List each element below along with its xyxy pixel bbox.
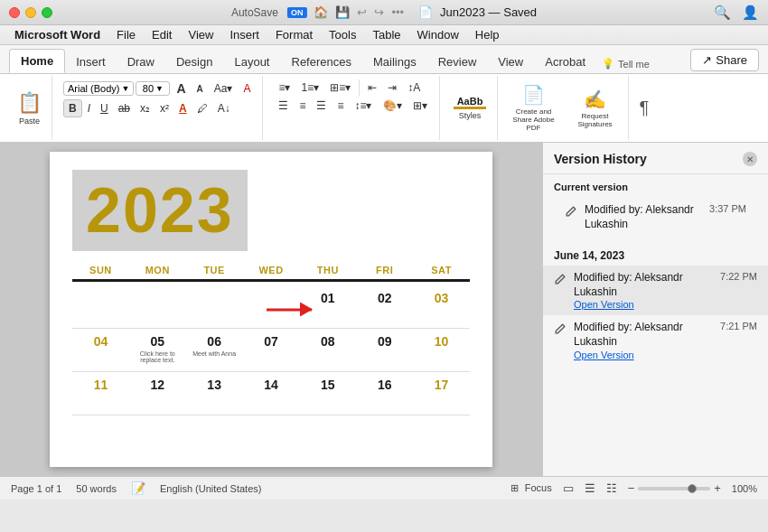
cal-cell-17[interactable]: 17	[413, 372, 470, 415]
language[interactable]: English (United States)	[160, 483, 262, 494]
cal-cell-03[interactable]: 03	[413, 285, 470, 329]
tab-home[interactable]: Home	[9, 49, 65, 73]
open-version-link-722[interactable]: Open Version	[574, 299, 757, 310]
cal-cell-04[interactable]: 04	[72, 329, 129, 372]
menu-file[interactable]: File	[109, 26, 143, 44]
justify-btn[interactable]: ≡	[332, 98, 348, 114]
superscript-button[interactable]: x²	[155, 100, 173, 117]
zoom-slider-container[interactable]: − +	[628, 481, 721, 495]
menu-format[interactable]: Format	[268, 26, 320, 44]
word-count-icon[interactable]: 📝	[131, 481, 145, 495]
close-button[interactable]	[9, 7, 20, 18]
cal-cell-empty-3	[186, 285, 243, 329]
clear-format-btn[interactable]: A	[239, 80, 255, 97]
tab-layout[interactable]: Layout	[223, 51, 280, 73]
tab-insert[interactable]: Insert	[65, 51, 117, 73]
styles-button[interactable]: AaBb Styles	[454, 78, 487, 138]
italic-button[interactable]: I	[83, 100, 95, 117]
menu-view[interactable]: View	[181, 26, 220, 44]
create-share-pdf-btn[interactable]: 📄 Create and Share Adobe PDF	[507, 84, 561, 132]
edit-v2-icon[interactable]	[554, 322, 567, 335]
menu-edit[interactable]: Edit	[145, 26, 179, 44]
cal-cell-06[interactable]: 06 Meet with Anna	[186, 329, 243, 372]
align-center-btn[interactable]: ≡	[295, 98, 310, 114]
menu-insert[interactable]: Insert	[222, 26, 267, 44]
layout-icon-2[interactable]: ☰	[585, 481, 595, 495]
paragraph-mark-btn[interactable]: ¶	[632, 76, 657, 140]
menu-app-name[interactable]: Microsoft Word	[7, 26, 108, 44]
styles-preview: AaBb	[454, 96, 487, 109]
tab-references[interactable]: References	[281, 51, 362, 73]
menu-help[interactable]: Help	[468, 26, 507, 44]
cal-cell-11[interactable]: 11	[72, 372, 129, 415]
tab-view[interactable]: View	[487, 51, 534, 73]
borders-btn[interactable]: ⊞▾	[408, 98, 432, 114]
cal-cell-16[interactable]: 16	[356, 372, 413, 415]
font-color-btn[interactable]: A	[174, 100, 192, 117]
version-item-722[interactable]: Modified by: Aleksandr Lukashin 7:22 PM …	[543, 266, 768, 315]
share-button[interactable]: ↗ Share	[690, 49, 759, 71]
multilevel-btn[interactable]: ⊞≡▾	[325, 79, 355, 96]
zoom-slider[interactable]	[638, 487, 710, 490]
layout-icon-3[interactable]: ☷	[606, 481, 617, 495]
cal-cell-07[interactable]: 07	[243, 329, 300, 372]
cal-cell-02[interactable]: 02	[356, 285, 413, 329]
decrease-font-btn[interactable]: A	[192, 82, 208, 96]
menu-window[interactable]: Window	[410, 26, 466, 44]
tab-mailings[interactable]: Mailings	[362, 51, 427, 73]
subscript-button[interactable]: x₂	[136, 100, 155, 117]
zoom-out-btn[interactable]: −	[628, 481, 635, 495]
font-size-selector[interactable]: 80 ▼	[136, 81, 170, 96]
align-right-btn[interactable]: ☰	[312, 98, 331, 114]
tab-review[interactable]: Review	[427, 51, 488, 73]
line-spacing-btn[interactable]: ↕≡▾	[350, 98, 376, 114]
request-signatures-btn[interactable]: ✍️ Request Signatures	[568, 89, 623, 128]
autosave-badge[interactable]: ON	[287, 7, 307, 18]
cal-cell-15[interactable]: 15	[299, 372, 356, 415]
increase-indent-btn[interactable]: ⇥	[383, 79, 401, 96]
close-version-panel-btn[interactable]: ✕	[743, 152, 757, 166]
increase-font-btn[interactable]: A	[172, 79, 190, 98]
tell-me-area[interactable]: 💡 Tell me	[602, 58, 650, 70]
paste-area[interactable]: 📋 Paste	[17, 78, 42, 138]
decrease-indent-btn[interactable]: ⇤	[363, 79, 381, 96]
cal-cell-10[interactable]: 10	[413, 329, 470, 372]
menu-table[interactable]: Table	[365, 26, 407, 44]
cal-cell-09[interactable]: 09	[356, 329, 413, 372]
maximize-button[interactable]	[42, 7, 52, 18]
cal-cell-05[interactable]: 05 Click here to replace text.	[129, 329, 186, 372]
underline-button[interactable]: U	[96, 100, 113, 117]
zoom-level[interactable]: 100%	[732, 483, 757, 494]
tab-design[interactable]: Design	[165, 51, 223, 73]
minimize-button[interactable]	[25, 7, 36, 18]
menu-tools[interactable]: Tools	[322, 26, 363, 44]
share-person-icon[interactable]: 👤	[742, 5, 759, 21]
strikethrough-button[interactable]: ab	[114, 100, 135, 117]
sort-btn[interactable]: ↕A	[403, 79, 425, 96]
font-name-selector[interactable]: Arial (Body) ▼	[63, 81, 134, 96]
cal-cell-14[interactable]: 14	[243, 372, 300, 415]
text-effect-btn[interactable]: A↓	[213, 100, 235, 117]
format-dropdown-btn[interactable]: Aa▾	[210, 80, 238, 97]
tab-draw[interactable]: Draw	[117, 51, 165, 73]
traffic-lights[interactable]	[9, 7, 52, 18]
highlight-btn[interactable]: 🖊	[192, 100, 212, 117]
focus-label[interactable]: ⊞ Focus	[510, 482, 552, 494]
font-group: Arial (Body) ▼ 80 ▼ A A Aa▾ A B I U ab x…	[56, 76, 263, 140]
edit-current-icon[interactable]	[565, 205, 577, 218]
bullets-btn[interactable]: ≡▾	[274, 79, 295, 96]
cal-cell-12[interactable]: 12	[129, 372, 186, 415]
version-item-721[interactable]: Modified by: Aleksandr Lukashin 7:21 PM …	[543, 315, 768, 365]
edit-v1-icon[interactable]	[554, 273, 567, 285]
shading-btn[interactable]: 🎨▾	[379, 98, 407, 114]
open-version-link-721[interactable]: Open Version	[574, 350, 757, 360]
search-icon[interactable]: 🔍	[714, 5, 731, 21]
cal-cell-13[interactable]: 13	[186, 372, 243, 415]
numbering-btn[interactable]: 1≡▾	[296, 79, 323, 96]
zoom-in-btn[interactable]: +	[714, 481, 721, 495]
bold-button[interactable]: B	[63, 99, 82, 117]
tab-acrobat[interactable]: Acrobat	[534, 51, 596, 73]
cal-cell-08[interactable]: 08	[299, 329, 356, 372]
layout-icon-1[interactable]: ▭	[563, 481, 574, 495]
align-left-btn[interactable]: ☰	[274, 98, 293, 114]
